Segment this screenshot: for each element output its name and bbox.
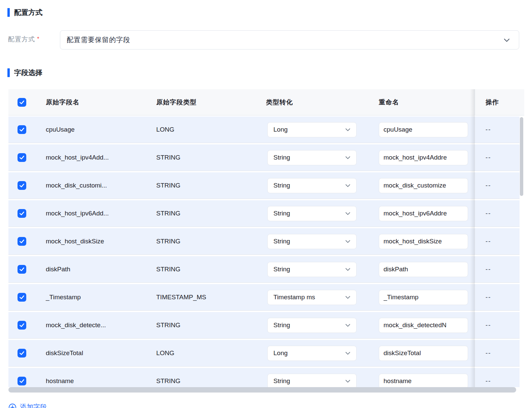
horizontal-scrollbar[interactable]: [8, 387, 516, 393]
table-body: cpuUsage LONG Long -- mock_host_ipv4Ad: [8, 115, 524, 387]
header-original-field-type: 原始字段类型: [156, 98, 266, 107]
type-convert-value: String: [273, 377, 290, 385]
vertical-scrollbar[interactable]: [520, 117, 523, 196]
row-checkbox[interactable]: [18, 181, 26, 190]
row-checkbox[interactable]: [18, 209, 26, 218]
original-field-name: mock_host_diskSize: [46, 238, 156, 245]
original-field-type: STRING: [156, 321, 266, 329]
rename-input[interactable]: [379, 178, 468, 193]
type-convert-value: String: [273, 154, 290, 161]
config-method-label: 配置方式*: [8, 35, 40, 44]
action-placeholder: --: [486, 266, 491, 273]
check-icon: [19, 294, 25, 300]
type-convert-select[interactable]: String: [267, 318, 357, 333]
check-icon: [19, 127, 25, 133]
type-convert-select[interactable]: String: [267, 374, 357, 387]
original-field-name: mock_disk_customi...: [46, 182, 156, 189]
table-row: mock_disk_detecte... STRING String --: [8, 312, 520, 339]
original-field-name: _Timestamp: [46, 294, 156, 301]
check-icon: [19, 266, 25, 272]
row-checkbox[interactable]: [18, 377, 26, 385]
row-checkbox[interactable]: [18, 125, 26, 134]
row-checkbox[interactable]: [18, 293, 26, 302]
original-field-type: STRING: [156, 238, 266, 245]
original-field-name: diskSizeTotal: [46, 349, 156, 357]
table-row: mock_disk_customi... STRING String --: [8, 172, 520, 199]
table-header-row: 原始字段名 原始字段类型 类型转化 重命名 操作: [8, 89, 524, 115]
table-row: diskSizeTotal LONG Long --: [8, 340, 520, 367]
type-convert-value: String: [273, 182, 290, 189]
action-placeholder: --: [486, 294, 491, 301]
config-method-label-text: 配置方式: [8, 36, 35, 43]
original-field-type: STRING: [156, 377, 266, 385]
rename-input[interactable]: [379, 150, 468, 165]
action-placeholder: --: [486, 210, 491, 217]
row-checkbox[interactable]: [18, 153, 26, 162]
rename-input[interactable]: [379, 318, 468, 333]
row-checkbox[interactable]: [18, 321, 26, 330]
action-placeholder: --: [486, 154, 491, 161]
type-convert-select[interactable]: String: [267, 150, 357, 165]
chevron-down-icon: [503, 36, 511, 44]
chevron-down-icon: [344, 266, 351, 273]
check-icon: [19, 99, 25, 105]
check-icon: [19, 350, 25, 356]
chevron-down-icon: [344, 238, 351, 245]
table-row: cpuUsage LONG Long --: [8, 116, 520, 143]
chevron-down-icon: [344, 154, 351, 161]
rename-input[interactable]: [379, 374, 468, 387]
table-row: _Timestamp TIMESTAMP_MS Timestamp ms --: [8, 284, 520, 311]
original-field-type: STRING: [156, 266, 266, 273]
rename-input[interactable]: [379, 290, 468, 305]
add-field-label: 添加字段: [20, 403, 47, 408]
type-convert-select[interactable]: Long: [267, 346, 357, 361]
row-checkbox[interactable]: [18, 237, 26, 246]
check-icon: [19, 238, 25, 244]
section-title-text: 配置方式: [14, 8, 42, 17]
original-field-name: mock_host_ipv4Add...: [46, 154, 156, 161]
action-placeholder: --: [486, 377, 491, 385]
original-field-type: LONG: [156, 349, 266, 357]
chevron-down-icon: [344, 210, 351, 217]
row-checkbox[interactable]: [18, 265, 26, 274]
rename-input[interactable]: [379, 262, 468, 277]
rename-input[interactable]: [379, 346, 468, 361]
type-convert-value: String: [273, 238, 290, 245]
check-icon: [19, 322, 25, 328]
section-title-config-method: 配置方式: [7, 8, 42, 17]
rename-input[interactable]: [379, 234, 468, 249]
table-row: hostname STRING String --: [8, 368, 520, 387]
type-convert-select[interactable]: String: [267, 234, 357, 249]
action-placeholder: --: [486, 126, 491, 133]
field-config-page: 配置方式 配置方式* 配置需要保留的字段 字段选择 原始字段名 原始字段类型 类: [0, 0, 532, 408]
type-convert-select[interactable]: Timestamp ms: [267, 290, 357, 305]
type-convert-value: String: [273, 210, 290, 217]
rename-input[interactable]: [379, 122, 468, 137]
original-field-type: TIMESTAMP_MS: [156, 294, 266, 301]
action-placeholder: --: [486, 182, 491, 189]
type-convert-select[interactable]: String: [267, 262, 357, 277]
chevron-down-icon: [344, 378, 351, 384]
header-original-field-name: 原始字段名: [46, 98, 156, 107]
chevron-down-icon: [344, 322, 351, 329]
chevron-down-icon: [344, 182, 351, 189]
plus-circle-icon: [8, 403, 16, 408]
check-icon: [19, 155, 25, 161]
type-convert-select[interactable]: Long: [267, 122, 357, 137]
field-selection-table: 原始字段名 原始字段类型 类型转化 重命名 操作 cpuUsage LONG L…: [8, 89, 524, 393]
type-convert-select[interactable]: String: [267, 178, 357, 193]
chevron-down-icon: [344, 294, 351, 301]
add-field-button[interactable]: 添加字段: [8, 403, 47, 408]
config-method-select[interactable]: 配置需要保留的字段: [60, 30, 519, 49]
select-all-checkbox[interactable]: [18, 98, 26, 107]
check-icon: [19, 378, 25, 384]
header-rename: 重命名: [379, 98, 475, 107]
rename-input[interactable]: [379, 206, 468, 221]
type-convert-value: Long: [273, 349, 288, 357]
original-field-type: STRING: [156, 154, 266, 161]
type-convert-select[interactable]: String: [267, 206, 357, 221]
type-convert-value: Long: [273, 126, 288, 133]
original-field-type: STRING: [156, 210, 266, 217]
row-checkbox[interactable]: [18, 349, 26, 358]
required-asterisk: *: [37, 36, 40, 42]
